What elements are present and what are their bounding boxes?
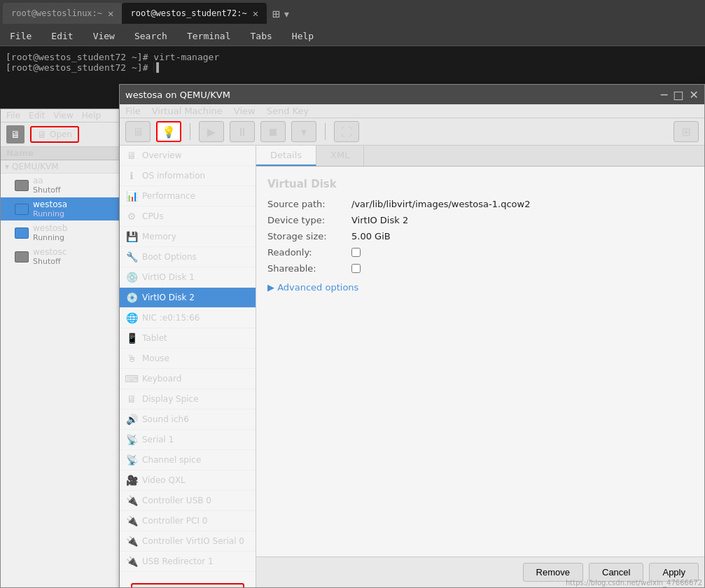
menu-tabs[interactable]: Tabs [246,29,277,43]
vm-name-westosc: westosc [33,247,67,257]
hw-boot-options[interactable]: 🔧 Boot Options [120,247,256,267]
detail-content: Virtual Disk Source path: /var/lib/libvi… [256,167,704,556]
shareable-checkbox[interactable] [351,264,361,273]
detail-panel: Details XML Virtual Disk Source path: /v… [256,146,704,587]
toolbar-overview-btn[interactable]: 🖥 [125,121,151,142]
tab-dropdown-icon[interactable]: ▾ [283,6,291,21]
hw-virtio-serial-controller[interactable]: 🔌 Controller VirtIO Serial 0 [120,531,256,552]
tab-2-close[interactable]: ✕ [253,8,258,19]
vm-item-aa[interactable]: aa Shutoff [1,174,122,197]
vm-manager-menubar: File Edit View Help [1,109,122,122]
toolbar-stop-btn[interactable]: ⏹ [260,121,286,142]
advanced-options[interactable]: ▶ Advanced options [267,282,693,293]
video-icon: 🎥 [125,474,138,486]
display-icon: 🖥 [125,393,138,405]
vm-icon-aa [15,180,29,191]
qemu-menu-sendkey[interactable]: Send Key [267,106,309,116]
hw-mouse[interactable]: 🖱 Mouse [120,349,256,369]
toolbar-separator-1 [190,123,190,140]
vm-status-westosa: Running [33,209,67,218]
toolbar-dropdown-btn[interactable]: ▾ [291,121,316,142]
vm-menu-edit[interactable]: Edit [29,111,45,120]
close-button[interactable]: ✕ [690,88,699,102]
qemu-title-buttons: ─ □ ✕ [661,88,699,102]
vm-manager-panel: File Edit View Help 🖥 🖥 Open Name ▾ QEMU… [0,108,123,588]
hw-pci-controller[interactable]: 🔌 Controller PCI 0 [120,511,256,531]
tab-2-label: root@westos_student72:~ [130,8,246,18]
vm-group-qemu[interactable]: ▾ QEMU/KVM [1,160,122,174]
vm-menu-file[interactable]: File [6,111,20,120]
hw-video-qxl[interactable]: 🎥 Video QXL [120,470,256,491]
source-path-value: /var/lib/libvirt/images/westosa-1.qcow2 [351,199,530,209]
hw-usb-redirector[interactable]: 🔌 USB Redirector 1 [120,552,256,572]
vm-menu-help[interactable]: Help [82,111,101,120]
qemu-menu-vm[interactable]: Virtual Machine [152,106,223,116]
hw-memory[interactable]: 💾 Memory [120,227,256,247]
hw-serial[interactable]: 📡 Serial 1 [120,430,256,450]
add-hardware-container: Add Hardware [125,578,250,587]
vm-menu-view[interactable]: View [53,111,73,120]
menu-terminal[interactable]: Terminal [183,29,235,43]
source-path-label: Source path: [267,199,351,209]
menu-file[interactable]: File [6,29,36,43]
detail-title: Virtual Disk [267,178,693,190]
toolbar-console-btn[interactable]: ⊞ [673,121,699,142]
hw-tablet[interactable]: 📱 Tablet [120,328,256,349]
hw-overview[interactable]: 🖥 Overview [120,146,256,166]
serial-icon: 📡 [125,433,138,446]
terminal-menubar: File Edit View Search Terminal Tabs Help [0,27,705,46]
readonly-checkbox[interactable] [351,248,361,257]
tab-1-close[interactable]: ✕ [108,8,113,19]
source-path-row: Source path: /var/lib/libvirt/images/wes… [267,199,693,209]
hw-nic[interactable]: 🌐 NIC :e0:15:66 [120,308,256,328]
qemu-menu-file[interactable]: File [125,106,141,116]
tab-details[interactable]: Details [256,146,316,166]
performance-icon: 📊 [125,190,138,202]
menu-edit[interactable]: Edit [47,29,77,43]
usb-redirector-icon: 🔌 [125,555,138,568]
hw-usb-controller[interactable]: 🔌 Controller USB 0 [120,491,256,511]
shareable-row: Shareable: [267,263,693,274]
menu-help[interactable]: Help [288,29,318,43]
toolbar-play-btn[interactable]: ▶ [199,121,224,142]
qemu-menu-view[interactable]: View [234,106,256,116]
vm-name-westosb: westosb [33,223,67,233]
open-button[interactable]: 🖥 Open [30,126,79,143]
tab-xml[interactable]: XML [316,146,364,166]
shareable-label: Shareable: [267,263,351,274]
hw-virtio-disk-2[interactable]: 💿 VirtIO Disk 2 [120,288,256,308]
menu-search[interactable]: Search [130,29,172,43]
vm-status-westosc: Shutoff [33,257,67,266]
terminal-line-2: [root@westos_student72 ~]# ▌ [6,62,699,73]
tab-1[interactable]: root@westoslinux:~ ✕ [3,3,122,24]
watermark: https://blog.csdn.net/weixin_47666672 [566,579,702,587]
hw-keyboard[interactable]: ⌨ Keyboard [120,369,256,389]
vm-icon-westosa [15,204,29,215]
menu-view[interactable]: View [89,29,119,43]
disk2-icon: 💿 [125,291,138,304]
vm-item-westosa[interactable]: westosa Running [1,197,122,221]
add-hardware-button[interactable]: Add Hardware [131,583,244,587]
readonly-label: Readonly: [267,247,351,258]
toolbar-lightbulb-btn[interactable]: 💡 [156,121,181,142]
vm-item-westosc[interactable]: westosc Shutoff [1,245,122,269]
usb-icon: 🔌 [125,494,138,507]
vm-status-westosb: Running [33,233,67,242]
toolbar-fullscreen-btn[interactable]: ⛶ [334,121,359,142]
minimize-button[interactable]: ─ [661,88,668,102]
hw-performance[interactable]: 📊 Performance [120,186,256,206]
tab-2[interactable]: root@westos_student72:~ ✕ [122,3,267,24]
maximize-button[interactable]: □ [673,88,683,102]
boot-icon: 🔧 [125,251,138,263]
vm-item-westosb[interactable]: westosb Running [1,221,122,245]
hw-cpus[interactable]: ⚙ CPUs [120,206,256,227]
hw-os-info[interactable]: ℹ OS information [120,166,256,186]
hw-channel-spice[interactable]: 📡 Channel spice [120,450,256,470]
hw-virtio-disk-1[interactable]: 💿 VirtIO Disk 1 [120,267,256,288]
hw-display-spice[interactable]: 🖥 Display Spice [120,389,256,410]
os-info-icon: ℹ [125,169,138,182]
new-tab-icon[interactable]: ⊞ [272,6,280,21]
hw-sound[interactable]: 🔊 Sound ich6 [120,410,256,430]
storage-size-label: Storage size: [267,231,351,241]
toolbar-pause-btn[interactable]: ⏸ [230,121,255,142]
